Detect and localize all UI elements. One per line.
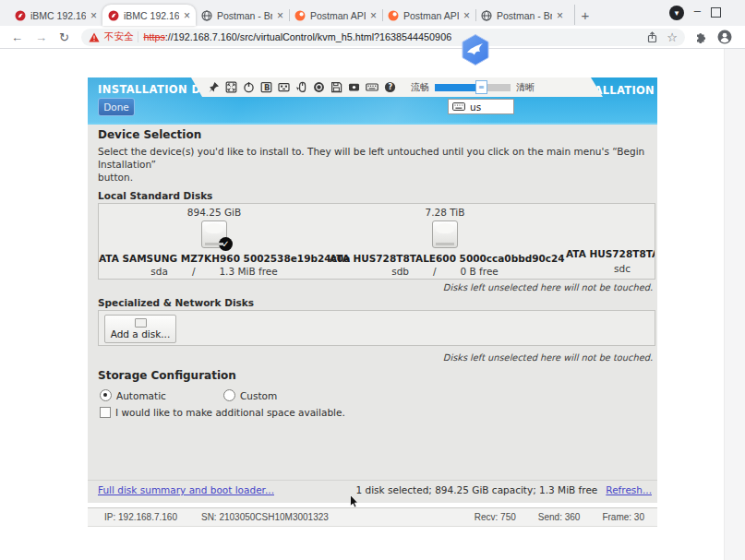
mouse-icon[interactable] <box>295 81 307 93</box>
disk-sda[interactable]: 894.25 GiB ✓ ATA SAMSUNG MZ7KH960 500253… <box>99 204 330 279</box>
url-scheme: https <box>143 31 164 42</box>
kvm-ip: IP: 192.168.7.160 <box>104 512 177 522</box>
disk-details: sdb/0 B free <box>330 266 560 277</box>
tab-close-icon[interactable]: × <box>90 10 97 21</box>
tab-search-button[interactable]: ▾ <box>669 6 684 20</box>
window-maximize-button[interactable] <box>711 7 721 18</box>
network-disks-panel: Add a disk... <box>98 310 655 346</box>
share-icon[interactable] <box>646 31 658 43</box>
postman-favicon-icon <box>294 10 306 21</box>
tab-close-icon[interactable]: × <box>184 10 190 21</box>
keyboard-layout-icon <box>452 102 465 111</box>
tab-title: Postman API Platfo <box>403 10 459 21</box>
profile-avatar-icon[interactable] <box>717 30 732 44</box>
radio-custom-label: Custom <box>240 390 277 401</box>
disk-model: ATA SAMSUNG MZ7KH960 5002538e19b24c0a <box>99 253 330 264</box>
tab-postman-api-2[interactable]: Postman API Platfo × <box>382 5 475 26</box>
tab-postman-browse-1[interactable]: Postman - Browse × <box>196 5 289 26</box>
ibmc-favicon-icon <box>108 10 119 21</box>
full-disk-summary-link[interactable]: Full disk summary and boot loader... <box>98 484 274 495</box>
address-bar[interactable]: 不安全 https://192.168.7.160/src/virtualCon… <box>81 29 685 46</box>
stream-quality-slider: 流畅 ≡ 清晰 <box>411 81 535 94</box>
security-warning-label: 不安全 <box>104 30 134 43</box>
network-disks-heading: Specialized & Network Disks <box>98 297 254 308</box>
tab-postman-browse-2[interactable]: Postman - Browse × <box>475 5 569 26</box>
thunder-download-logo-icon[interactable] <box>459 33 492 66</box>
bottom-bar: Full disk summary and boot loader... 1 d… <box>98 484 652 495</box>
keyboard-layout-indicator[interactable]: us <box>448 99 514 114</box>
disk-details: sdc <box>614 263 631 274</box>
new-tab-button[interactable]: + <box>574 5 595 25</box>
b-key-icon[interactable]: B <box>260 81 272 93</box>
device-selection-intro: Select the device(s) you'd like to insta… <box>98 145 652 184</box>
additional-space-checkbox[interactable] <box>100 407 111 418</box>
browser-tab-strip: iBMC 192.168.7.16 × iBMC 192.168.7.16 × … <box>0 0 745 26</box>
tab-ibmc-1[interactable]: iBMC 192.168.7.16 × <box>9 5 102 26</box>
sharp-label: 清晰 <box>516 81 535 94</box>
forward-button[interactable]: → <box>35 30 47 44</box>
keyboard-layout-value: us <box>470 101 481 113</box>
add-disk-button[interactable]: Add a disk... <box>104 315 176 343</box>
kvm-serial-number: SN: 2103050CSH10M3001323 <box>201 512 329 522</box>
help-icon[interactable]: ? <box>384 81 396 93</box>
disk-drive-icon: ✓ <box>201 220 227 248</box>
unselected-note: Disks left unselected here will not be t… <box>443 282 653 292</box>
kvm-toolbar: B ? 流畅 ≡ 清晰 <box>191 77 603 97</box>
record-icon[interactable] <box>313 81 325 93</box>
globe-favicon-icon <box>201 10 212 21</box>
radio-custom[interactable] <box>223 389 235 401</box>
tab-title: iBMC 192.168.7.16 <box>124 10 179 21</box>
anaconda-installer-screen: INSTALLATION DESTINATION INSTALLATION Do… <box>88 77 657 503</box>
extensions-puzzle-icon[interactable] <box>694 30 707 43</box>
url-rest: ://192.168.7.160/src/virtualControl/kvm_… <box>165 31 451 42</box>
kvm-send: Send: 360 <box>538 512 581 522</box>
tab-close-icon[interactable]: × <box>463 10 470 21</box>
tab-title: Postman - Browse <box>217 10 272 21</box>
done-button[interactable]: Done <box>98 98 135 116</box>
disk-sdb[interactable]: 7.28 TiB ATA HUS728T8TALE600 5000cca0bbd… <box>330 204 560 279</box>
radio-automatic-label: Automatic <box>116 390 166 401</box>
screen-icon[interactable] <box>348 81 360 93</box>
tab-title: iBMC 192.168.7.16 <box>30 10 86 21</box>
reload-button[interactable]: ↻ <box>59 30 69 44</box>
tab-ibmc-2-active[interactable]: iBMC 192.168.7.16 × <box>102 5 196 26</box>
floppy-icon[interactable] <box>330 81 342 93</box>
unselected-note-2: Disks left unselected here will not be t… <box>443 352 653 363</box>
mouse-cursor-icon <box>350 494 360 508</box>
power-icon[interactable] <box>243 81 255 93</box>
disk-size: 7.28 TiB <box>330 207 560 218</box>
additional-space-label: I would like to make additional space av… <box>115 407 345 418</box>
pin-icon[interactable] <box>208 81 220 93</box>
browser-navbar: ← → ↻ 不安全 https://192.168.7.160/src/virt… <box>0 26 745 49</box>
window-minimize-button[interactable]: – <box>694 4 701 18</box>
globe-favicon-icon <box>481 10 492 21</box>
radio-automatic[interactable] <box>100 389 112 401</box>
disk-model: ATA HUS728T8TALE600 5000cca0bbd90c24 <box>330 253 560 264</box>
tab-close-icon[interactable]: × <box>277 10 283 21</box>
stream-slider-track[interactable]: ≡ <box>435 84 511 91</box>
kvm-recv: Recv: 750 <box>475 512 516 522</box>
hid-icon[interactable] <box>278 81 290 93</box>
ibmc-favicon-icon <box>15 10 26 21</box>
omnibox-divider <box>138 31 138 42</box>
url-text: https://192.168.7.160/src/virtualControl… <box>143 31 451 42</box>
back-button[interactable]: ← <box>11 30 23 44</box>
storage-config-radios: Automatic Custom <box>100 386 277 403</box>
disk-selected-check-icon: ✓ <box>219 237 233 251</box>
tab-postman-api-1[interactable]: Postman API Platfo × <box>289 5 382 26</box>
refresh-link[interactable]: Refresh... <box>606 484 652 495</box>
page-right-gutter <box>724 49 745 560</box>
fullscreen-icon[interactable] <box>225 81 237 93</box>
tab-close-icon[interactable]: × <box>370 10 377 21</box>
stream-slider-handle[interactable]: ≡ <box>475 80 487 94</box>
keyboard-icon[interactable] <box>366 81 379 93</box>
disk-sdc[interactable]: 7 ATA HUS728T8TAL sdc <box>560 204 655 279</box>
additional-space-row: I would like to make additional space av… <box>100 402 345 420</box>
smooth-label: 流畅 <box>411 81 429 94</box>
tab-close-icon[interactable]: × <box>557 10 563 21</box>
storage-config-heading: Storage Configuration <box>98 369 236 382</box>
disk-details: sda/1.3 MiB free <box>99 266 330 277</box>
bookmark-star-icon[interactable]: ☆ <box>667 30 678 44</box>
tab-title: Postman API Platfo <box>310 10 366 21</box>
local-disks-panel: 894.25 GiB ✓ ATA SAMSUNG MZ7KH960 500253… <box>98 203 655 280</box>
